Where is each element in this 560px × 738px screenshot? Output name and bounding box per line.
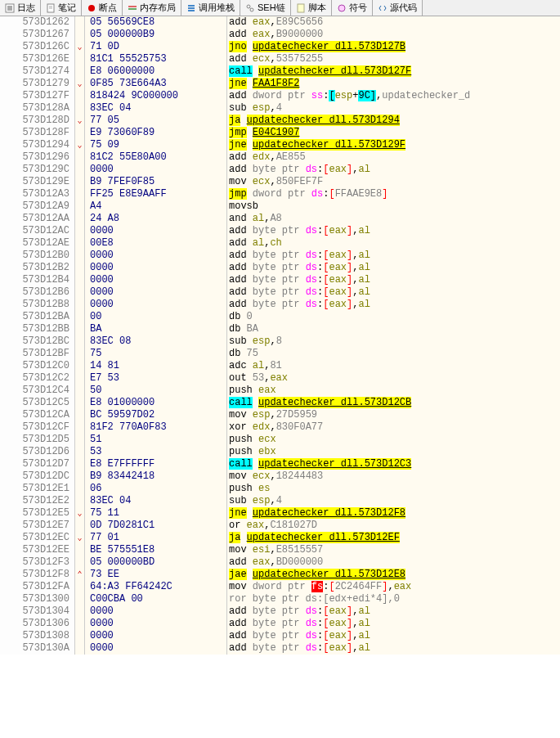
- instruction: jmp E04C1907: [227, 127, 560, 139]
- tab-notes[interactable]: 笔记: [41, 0, 82, 16]
- disassembly-row[interactable]: 573D12E106push es: [0, 483, 560, 495]
- disassembly-row[interactable]: 573D129681C2 55E80A00add edx,AE855: [0, 151, 560, 164]
- tab-symbols[interactable]: 符号: [332, 0, 373, 16]
- disassembly-row[interactable]: 573D12AE00E8add al,ch: [0, 237, 560, 250]
- disassembly-row[interactable]: 573D12C014 81adc al,81: [0, 360, 560, 372]
- disassembly-row[interactable]: 573D12F305 000000BDadd eax,BD000000: [0, 556, 560, 569]
- disassembly-row[interactable]: 573D12CABC 59597D02mov esp,27D5959: [0, 409, 560, 421]
- disassembly-row[interactable]: 573D12AA24 A8and al,A8: [0, 213, 560, 225]
- instruction: add byte ptr ds:[eax],al: [227, 286, 560, 299]
- disassembly-row[interactable]: 573D13040000add byte ptr ds:[eax],al: [0, 605, 560, 618]
- immediate: BA: [247, 323, 258, 335]
- tab-breakpoints[interactable]: 断点: [82, 0, 123, 16]
- register: eax: [329, 286, 347, 298]
- register: eax: [247, 520, 265, 531]
- instruction: jne updatechecker_dll.573D129F: [227, 139, 560, 151]
- disassembly-row[interactable]: 573D12A3FF25 E8E9AAFFjmp dword ptr ds:[F…: [0, 188, 560, 200]
- instruction: call updatechecker_dll.573D12C3: [227, 458, 560, 470]
- disassembly-row[interactable]: 573D12F8⌃73 EEjae updatechecker_dll.573D…: [0, 569, 560, 581]
- jump-indicator: ⌄: [75, 115, 85, 127]
- instruction: ja updatechecker_dll.573D1294: [227, 115, 560, 127]
- tab-memory[interactable]: 内存布局: [123, 0, 181, 16]
- instruction: add byte ptr ds:[eax],al: [227, 262, 560, 274]
- immediate: byte ptr: [253, 605, 306, 617]
- immediate: byte ptr: [253, 618, 306, 629]
- disassembly-row[interactable]: 573D1274E8 06000000call updatechecker_dl…: [0, 65, 560, 78]
- mnemonic: jmp: [229, 188, 247, 200]
- disassembly-row[interactable]: 573D12DCB9 83442418mov ecx,18244483: [0, 470, 560, 483]
- disassembly-row[interactable]: 573D12B80000add byte ptr ds:[eax],al: [0, 299, 560, 311]
- disassembly-view[interactable]: 573D126205 56569CE8add eax,E89C5656573D1…: [0, 16, 560, 655]
- segment: ds: [306, 164, 317, 175]
- bytes: B9 7FEF0F85: [85, 176, 227, 188]
- disassembly-row[interactable]: 573D13080000add byte ptr ds:[eax],al: [0, 630, 560, 642]
- disassembly-row[interactable]: 573D12E283EC 04sub esp,4: [0, 495, 560, 507]
- address: 573D12DC: [0, 470, 75, 483]
- disassembly-row[interactable]: 573D12D653push ebx: [0, 446, 560, 458]
- disassembly-row[interactable]: 573D12C2E7 53out 53,eax: [0, 372, 560, 385]
- disassembly-row[interactable]: 573D1294⌄75 09jne updatechecker_dll.573D…: [0, 139, 560, 151]
- disassembly-row[interactable]: 573D12C450push eax: [0, 385, 560, 397]
- immediate: dword ptr: [253, 188, 311, 200]
- register: al: [358, 630, 370, 641]
- tab-seh[interactable]: SEH链: [240, 0, 291, 16]
- disassembly-row[interactable]: 573D12AC0000add byte ptr ds:[eax],al: [0, 225, 560, 237]
- disassembly-row[interactable]: 573D1300C00CBA 00ror byte ptr ds:[edx+ed…: [0, 593, 560, 605]
- disassembly-row[interactable]: 573D12B20000add byte ptr ds:[eax],al: [0, 262, 560, 274]
- disassembly-row[interactable]: 573D126205 56569CE8add eax,E89C5656: [0, 16, 560, 29]
- disassembly-row[interactable]: 573D129C0000add byte ptr ds:[eax],al: [0, 164, 560, 176]
- disassembly-row[interactable]: 573D12C5E8 01000000call updatechecker_dl…: [0, 397, 560, 409]
- address: 573D129C: [0, 164, 75, 176]
- disassembly-row[interactable]: 573D12EEBE 575551E8mov esi,E8515557: [0, 544, 560, 556]
- tab-source[interactable]: 源代码: [373, 0, 423, 16]
- register: eax: [329, 250, 347, 261]
- disassembly-row[interactable]: 573D128D⌄77 05ja updatechecker_dll.573D1…: [0, 115, 560, 127]
- disassembly-row[interactable]: 573D12A9A4movsb: [0, 200, 560, 213]
- disassembly-row[interactable]: 573D12D7E8 E7FFFFFFcall updatechecker_dl…: [0, 458, 560, 470]
- tab-callstack[interactable]: 调用堆栈: [181, 0, 240, 16]
- immediate: B9000000: [276, 29, 324, 40]
- disassembly-row[interactable]: 573D12B60000add byte ptr ds:[eax],al: [0, 286, 560, 299]
- instruction: add eax,E89C5656: [227, 16, 560, 29]
- jump-indicator: [75, 397, 85, 409]
- disassembly-row[interactable]: 573D12BBBAdb BA: [0, 323, 560, 335]
- disassembly-row[interactable]: 573D12EC⌄77 01ja updatechecker_dll.573D1…: [0, 532, 560, 544]
- segment: ds: [306, 274, 317, 286]
- jump-indicator: [75, 360, 85, 372]
- register: al: [358, 274, 370, 286]
- jump-indicator: [75, 213, 85, 225]
- jump-indicator: [75, 495, 85, 507]
- disassembly-row[interactable]: 573D12E5⌄75 11jne updatechecker_dll.573D…: [0, 507, 560, 520]
- disassembly-row[interactable]: 573D12D551push ecx: [0, 434, 560, 446]
- disassembly-row[interactable]: 573D12B40000add byte ptr ds:[eax],al: [0, 274, 560, 286]
- disassembly-row[interactable]: 573D13060000add byte ptr ds:[eax],al: [0, 618, 560, 630]
- disassembly-row[interactable]: 573D129EB9 7FEF0F85mov ecx,850FEF7F: [0, 176, 560, 188]
- disassembly-row[interactable]: 573D12FA64:A3 FF64242Cmov dword ptr fs:[…: [0, 581, 560, 593]
- disassembly-row[interactable]: 573D128A83EC 04sub esp,4: [0, 102, 560, 115]
- tab-script[interactable]: 脚本: [291, 0, 332, 16]
- address: 573D128F: [0, 127, 75, 139]
- disassembly-row[interactable]: 573D130A0000add byte ptr ds:[eax],al: [0, 642, 560, 655]
- disassembly-row[interactable]: 573D12BC83EC 08sub esp,8: [0, 335, 560, 348]
- tab-log[interactable]: 日志: [0, 0, 41, 16]
- immediate: ror byte ptr ds:[edx+edi*4],0: [229, 593, 400, 605]
- jump-indicator: ⌄: [75, 507, 85, 520]
- disassembly-row[interactable]: 573D1279⌄0F85 73E664A3jne FAA1F8F2: [0, 78, 560, 90]
- register: esp: [253, 102, 271, 114]
- disassembly-row[interactable]: 573D127F818424 9C000000add dword ptr ss:…: [0, 90, 560, 102]
- disassembly-row[interactable]: 573D12E70D 7D0281C1or eax,C181027D: [0, 520, 560, 532]
- disassembly-row[interactable]: 573D12BA00db 0: [0, 311, 560, 323]
- disassembly-row[interactable]: 573D128FE9 73060F89jmp E04C1907: [0, 127, 560, 139]
- disassembly-row[interactable]: 573D126E81C1 55525753add ecx,53575255: [0, 53, 560, 65]
- address: 573D12E5: [0, 507, 75, 520]
- segment: ds: [311, 188, 323, 200]
- bytes: 0D 7D0281C1: [85, 520, 227, 532]
- operand-target: updatechecker_dll.573D12F8: [253, 507, 405, 519]
- jump-indicator: [75, 225, 85, 237]
- immediate: E8515557: [276, 544, 324, 556]
- disassembly-row[interactable]: 573D12BF75db 75: [0, 348, 560, 360]
- disassembly-row[interactable]: 573D126C⌄71 0Djno updatechecker_dll.573D…: [0, 41, 560, 53]
- disassembly-row[interactable]: 573D126705 000000B9add eax,B9000000: [0, 29, 560, 41]
- disassembly-row[interactable]: 573D12CF81F2 770A0F83xor edx,830F0A77: [0, 421, 560, 434]
- disassembly-row[interactable]: 573D12B00000add byte ptr ds:[eax],al: [0, 250, 560, 262]
